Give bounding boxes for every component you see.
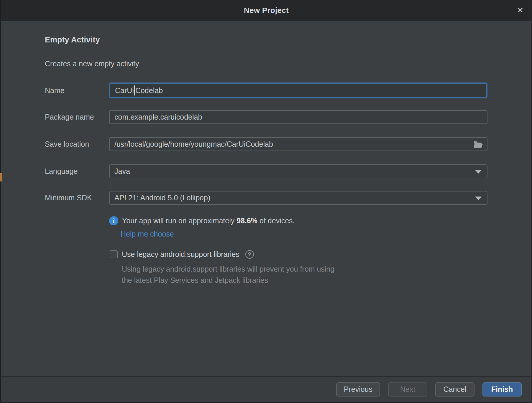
minimum-sdk-select[interactable]: API 21: Android 5.0 (Lollipop) (109, 191, 487, 205)
language-value: Java (114, 167, 130, 176)
save-location-input[interactable]: /usr/local/google/home/youngmac/CarUiCod… (109, 137, 487, 151)
language-select[interactable]: Java (109, 164, 487, 178)
name-row: Name CarUiCodelab (45, 82, 487, 98)
previous-button[interactable]: Previous (336, 382, 380, 397)
language-label: Language (45, 167, 109, 176)
save-location-value: /usr/local/google/home/youngmac/CarUiCod… (114, 140, 273, 148)
language-row: Language Java (45, 164, 487, 178)
folder-open-icon (473, 140, 483, 149)
browse-folder-button[interactable] (473, 140, 483, 149)
minimum-sdk-label: Minimum SDK (45, 194, 109, 202)
package-name-label: Package name (45, 113, 109, 121)
help-me-choose-link[interactable]: Help me choose (121, 230, 174, 238)
chevron-down-icon (475, 196, 482, 200)
next-button[interactable]: Next (388, 382, 427, 397)
finish-button[interactable]: Finish (482, 382, 522, 397)
sdk-info-row: i Your app will run on approximately 98.… (109, 216, 295, 225)
name-value-before-caret: CarUi (115, 86, 134, 95)
legacy-description-line1: Using legacy android.support libraries w… (122, 263, 334, 275)
page-subtitle: Creates a new empty activity (45, 60, 139, 68)
legacy-description-line2: the latest Play Services and Jetpack lib… (122, 275, 334, 286)
package-name-row: Package name com.example.caruicodelab (45, 110, 487, 124)
legacy-checkbox-label[interactable]: Use legacy android.support libraries (122, 250, 239, 259)
sdk-info-text: Your app will run on approximately 98.6%… (122, 217, 295, 225)
dialog-title: New Project (244, 6, 289, 15)
name-label: Name (45, 86, 109, 95)
minimum-sdk-value: API 21: Android 5.0 (Lollipop) (114, 194, 210, 202)
titlebar: New Project ✕ (1, 0, 531, 21)
close-icon[interactable]: ✕ (514, 4, 527, 17)
dialog-body: Empty Activity Creates a new empty activ… (1, 22, 531, 376)
footer: Previous Next Cancel Finish (1, 376, 531, 402)
minimum-sdk-row: Minimum SDK API 21: Android 5.0 (Lollipo… (45, 191, 487, 205)
sdk-info-suffix: of devices. (257, 217, 295, 225)
name-value-after-caret: Codelab (135, 86, 163, 95)
legacy-checkbox-row: Use legacy android.support libraries ? (110, 250, 254, 259)
chevron-down-icon (475, 170, 482, 174)
package-name-value: com.example.caruicodelab (114, 113, 202, 121)
save-location-label: Save location (45, 140, 109, 148)
info-icon: i (109, 216, 118, 225)
package-name-input[interactable]: com.example.caruicodelab (109, 110, 487, 124)
legacy-libraries-checkbox[interactable] (110, 250, 118, 258)
page-title: Empty Activity (45, 35, 100, 44)
cancel-button[interactable]: Cancel (435, 382, 474, 397)
name-input[interactable]: CarUiCodelab (109, 82, 487, 98)
sdk-info-percent: 98.6% (237, 217, 257, 225)
help-icon[interactable]: ? (245, 250, 254, 259)
new-project-dialog: New Project ✕ Empty Activity Creates a n… (0, 0, 532, 403)
text-caret (134, 85, 135, 95)
save-location-row: Save location /usr/local/google/home/you… (45, 137, 487, 151)
legacy-description: Using legacy android.support libraries w… (122, 263, 334, 286)
sdk-info-prefix: Your app will run on approximately (122, 217, 237, 225)
